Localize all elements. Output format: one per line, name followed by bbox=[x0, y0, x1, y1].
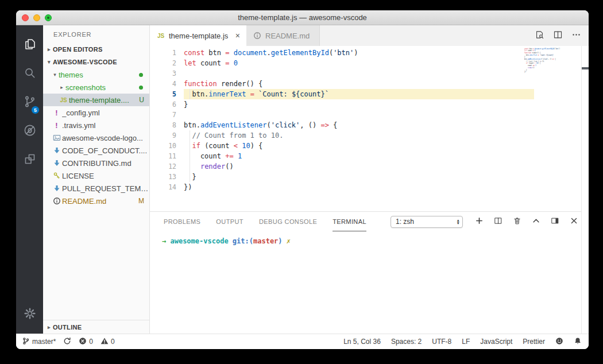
status-language-mode[interactable]: JavaScript bbox=[480, 338, 512, 346]
status-label: JavaScript bbox=[480, 338, 512, 346]
status-formatter[interactable]: Prettier bbox=[523, 338, 545, 346]
close-tab-icon[interactable]: × bbox=[235, 31, 240, 40]
status-warnings[interactable]: 0 bbox=[100, 337, 115, 347]
panel-tab-output[interactable]: OUTPUT bbox=[216, 212, 243, 231]
line-number: 4 bbox=[150, 79, 176, 89]
file-label: CODE_OF_CONDUCT.... bbox=[62, 146, 147, 155]
minimap[interactable]: const btn = document.getElementById('btn… bbox=[524, 48, 562, 84]
close-panel-button[interactable] bbox=[570, 216, 578, 227]
tree-section-open-editors[interactable]: ▸OPEN EDITORS bbox=[43, 43, 149, 56]
new-terminal-button[interactable] bbox=[475, 216, 484, 227]
activity-settings[interactable] bbox=[16, 300, 43, 329]
terminal[interactable]: → awesome-vscode git:(master) ✗ bbox=[150, 231, 589, 334]
tree-item-travis-yml[interactable]: !.travis.yml bbox=[43, 119, 149, 131]
activity-extensions[interactable] bbox=[16, 146, 43, 175]
select-stepper-icon: ▲▼ bbox=[457, 219, 462, 224]
tree-item-pull-request-temp[interactable]: PULL_REQUEST_TEMP... bbox=[43, 182, 149, 195]
code-line-8[interactable]: 8btn.addEventListener('click', () => { bbox=[150, 120, 581, 130]
split-terminal-button[interactable] bbox=[494, 216, 502, 227]
gutter-gap bbox=[176, 68, 184, 79]
section-label: OPEN EDITORS bbox=[53, 46, 103, 53]
tree-item-contributing-md[interactable]: CONTRIBUTING.md bbox=[43, 157, 149, 169]
status-notifications[interactable] bbox=[574, 337, 582, 347]
code-line-9[interactable]: 9 // Count from 1 to 10. bbox=[150, 130, 581, 141]
editor-actions bbox=[535, 25, 589, 46]
tab-readme-md[interactable]: README.md bbox=[246, 25, 320, 46]
code-line-7[interactable]: 7 bbox=[150, 110, 581, 120]
activity-search[interactable] bbox=[16, 60, 43, 88]
tab-theme-template-js[interactable]: JStheme-template.js× bbox=[150, 25, 246, 46]
file-label: _config.yml bbox=[62, 109, 100, 117]
panel-header: PROBLEMSOUTPUTDEBUG CONSOLETERMINAL1: zs… bbox=[150, 212, 589, 231]
code-line-4[interactable]: 4function render() { bbox=[150, 79, 581, 89]
tree-section-awesome-vscode[interactable]: ▾AWESOME-VSCODE bbox=[43, 56, 149, 68]
status-encoding[interactable]: UTF-8 bbox=[432, 338, 451, 346]
debug-icon bbox=[23, 123, 37, 140]
split-editor-button[interactable] bbox=[553, 30, 563, 42]
info-icon bbox=[51, 197, 62, 205]
plus-icon bbox=[475, 217, 484, 227]
code-line-5[interactable]: 5 btn.innerText = `Count: ${count}` bbox=[150, 89, 581, 99]
gutter-gap bbox=[176, 182, 184, 192]
markdown-icon bbox=[51, 146, 62, 154]
panel-tab-terminal[interactable]: TERMINAL bbox=[333, 212, 366, 231]
minimize-window-button[interactable] bbox=[33, 14, 40, 21]
code-line-1[interactable]: 1const btn = document.getElementById('bt… bbox=[150, 48, 581, 58]
more-actions-button[interactable] bbox=[571, 30, 581, 42]
tree-item-config-yml[interactable]: !_config.yml bbox=[43, 106, 149, 119]
info-icon bbox=[253, 32, 262, 40]
outline-label: OUTLINE bbox=[53, 324, 82, 331]
split-icon bbox=[553, 32, 563, 41]
status-git-branch[interactable]: master* bbox=[22, 337, 56, 347]
terminal-picker-select[interactable]: 1: zsh▲▼ bbox=[391, 216, 463, 228]
code-line-13[interactable]: 13 } bbox=[150, 172, 581, 182]
scrollbar-track[interactable] bbox=[581, 46, 589, 334]
zoom-window-button[interactable] bbox=[45, 14, 52, 21]
activity-explorer[interactable] bbox=[16, 31, 43, 60]
code-line-12[interactable]: 12 render() bbox=[150, 161, 581, 172]
status-bar-right: Ln 5, Col 36Spaces: 2UTF-8LFJavaScriptPr… bbox=[333, 337, 582, 347]
panel-tab-debug-console[interactable]: DEBUG CONSOLE bbox=[259, 212, 317, 231]
exclaim-icon: ! bbox=[51, 121, 62, 130]
tree-item-themes[interactable]: ▾themes bbox=[43, 68, 149, 81]
chevron-right-icon: ▸ bbox=[45, 47, 53, 52]
line-number: 10 bbox=[150, 141, 176, 151]
close-icon bbox=[570, 217, 578, 227]
status-errors[interactable]: 0 bbox=[79, 337, 93, 347]
tree-item-readme-md[interactable]: README.mdM bbox=[43, 195, 149, 207]
code-line-10[interactable]: 10 if (count < 10) { bbox=[150, 141, 581, 151]
code-text: btn.addEventListener('click', () => { bbox=[184, 120, 534, 130]
close-window-button[interactable] bbox=[22, 14, 29, 21]
search-in-file-button[interactable] bbox=[535, 30, 544, 42]
tree-item-license[interactable]: LICENSE bbox=[43, 169, 149, 182]
code-editor[interactable]: 1const btn = document.getElementById('bt… bbox=[150, 46, 581, 211]
sidebar-title: EXPLORER bbox=[43, 25, 149, 43]
code-line-3[interactable]: 3 bbox=[150, 68, 581, 79]
status-cursor-position[interactable]: Ln 5, Col 36 bbox=[343, 338, 381, 346]
scrollbar-thumb[interactable] bbox=[582, 67, 589, 69]
outline-section[interactable]: ▸ OUTLINE bbox=[43, 320, 149, 334]
tree-item-screenshots[interactable]: ▸screenshots bbox=[43, 81, 149, 94]
status-indentation[interactable]: Spaces: 2 bbox=[391, 338, 422, 346]
status-sync[interactable] bbox=[63, 337, 71, 347]
warning-icon bbox=[100, 337, 109, 347]
tree-item-code-of-conduct[interactable]: CODE_OF_CONDUCT.... bbox=[43, 144, 149, 157]
code-line-2[interactable]: 2let count = 0 bbox=[150, 58, 581, 68]
code-line-14[interactable]: 14}) bbox=[150, 182, 581, 192]
status-label: UTF-8 bbox=[432, 338, 451, 346]
activity-source-control[interactable]: 5 bbox=[16, 88, 43, 117]
code-line-11[interactable]: 11 count += 1 bbox=[150, 151, 581, 161]
status-feedback[interactable] bbox=[555, 337, 563, 347]
move-panel-button[interactable] bbox=[551, 216, 559, 227]
code-line-6[interactable]: 6} bbox=[150, 99, 581, 110]
status-eol[interactable]: LF bbox=[462, 338, 470, 346]
panel-tab-problems[interactable]: PROBLEMS bbox=[164, 212, 200, 231]
maximize-panel-button[interactable] bbox=[532, 216, 540, 227]
line-number: 6 bbox=[150, 99, 176, 110]
tree-item-awesome-vscode-logo[interactable]: awesome-vscode-logo... bbox=[43, 131, 149, 144]
title-bar[interactable]: theme-template.js — awesome-vscode bbox=[16, 10, 589, 25]
tree-item-theme-template[interactable]: JStheme-template....U bbox=[43, 94, 149, 106]
activity-debug[interactable] bbox=[16, 117, 43, 146]
code-text: } bbox=[184, 99, 534, 110]
kill-terminal-button[interactable] bbox=[513, 216, 521, 227]
